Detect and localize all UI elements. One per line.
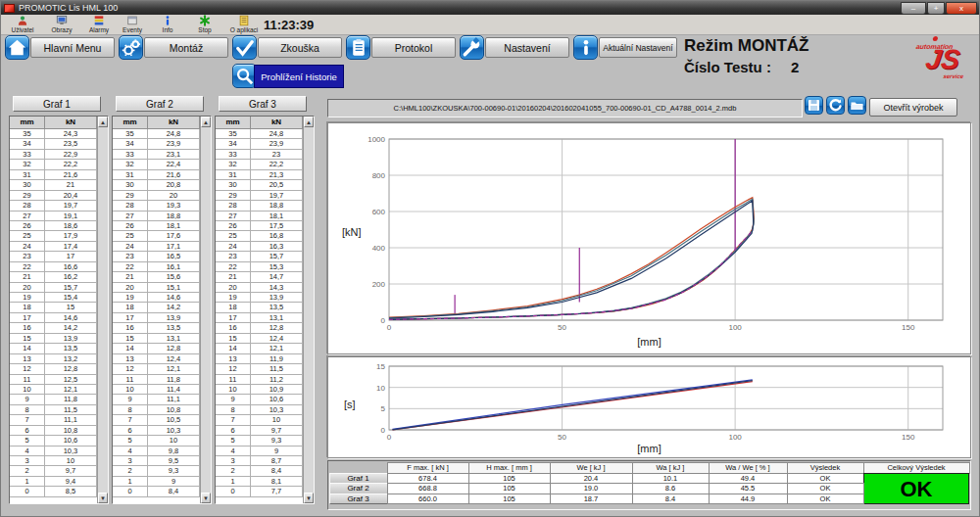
table-row[interactable]: 3524,8 xyxy=(216,129,314,139)
table-row[interactable]: 2115,6 xyxy=(113,272,211,282)
table-row[interactable]: 2718,1 xyxy=(216,212,314,221)
table-row[interactable]: 49 xyxy=(216,446,314,456)
table-row[interactable]: 810,3 xyxy=(216,405,314,415)
graf1-scrollbar[interactable]: ▲ ▼ xyxy=(97,117,108,503)
table-row[interactable]: 911,8 xyxy=(10,395,108,404)
table-row[interactable]: 69,7 xyxy=(216,426,314,436)
table-row[interactable]: 2417,4 xyxy=(10,242,108,252)
table-row[interactable]: 29,3 xyxy=(113,466,211,476)
table-row[interactable]: 39,5 xyxy=(113,456,211,466)
table-row[interactable]: 08,5 xyxy=(10,487,108,496)
table-row[interactable]: 3222,4 xyxy=(113,160,211,169)
table-row[interactable]: 1012,1 xyxy=(10,385,108,395)
folder-icon[interactable] xyxy=(848,96,866,115)
table-row[interactable]: 2818,8 xyxy=(216,201,314,211)
table-row[interactable]: 1713,1 xyxy=(216,313,314,323)
table-row[interactable]: 2919,7 xyxy=(216,191,314,201)
table-row[interactable]: 1914,6 xyxy=(113,293,211,303)
scroll-up-icon[interactable]: ▲ xyxy=(304,117,314,127)
table-row[interactable]: 3121,6 xyxy=(10,170,108,180)
table-row[interactable]: 1311,9 xyxy=(216,354,314,364)
graf3-scrollbar[interactable]: ▲ ▼ xyxy=(303,117,314,503)
nav-hlavni-menu[interactable]: Hlavní Menu xyxy=(30,37,115,58)
table-row[interactable]: 49,8 xyxy=(113,446,211,456)
table-row[interactable]: 1413,5 xyxy=(10,344,108,353)
toolbar-item-eventy[interactable]: Eventy xyxy=(113,15,152,35)
gears-icon[interactable] xyxy=(119,35,143,60)
table-row[interactable]: 3222,2 xyxy=(10,160,108,169)
nav-zkouska[interactable]: Zkouška xyxy=(258,37,342,58)
table-row[interactable]: 3222,2 xyxy=(216,160,314,169)
table-row[interactable]: 2015,1 xyxy=(113,283,211,293)
refresh-icon[interactable] xyxy=(826,96,845,115)
table-row[interactable]: 59,3 xyxy=(216,436,314,446)
table-row[interactable]: 3323 xyxy=(216,150,314,160)
scroll-up-icon[interactable]: ▲ xyxy=(201,117,211,127)
table-row[interactable]: 3323,1 xyxy=(113,150,211,160)
table-row[interactable]: 07,7 xyxy=(216,487,314,496)
table-row[interactable]: 1815 xyxy=(10,303,108,312)
table-row[interactable]: 1212,8 xyxy=(10,364,108,374)
table-row[interactable]: 3524,3 xyxy=(10,129,108,139)
table-row[interactable]: 510 xyxy=(113,436,211,446)
table-row[interactable]: 3423,9 xyxy=(216,139,314,149)
table-row[interactable]: 2920,4 xyxy=(10,191,108,201)
table-row[interactable]: 3423,5 xyxy=(10,139,108,149)
table-row[interactable]: 1714,6 xyxy=(10,313,108,323)
scroll-down-icon[interactable]: ▼ xyxy=(201,493,211,503)
table-row[interactable]: 2015,7 xyxy=(10,283,108,293)
table-row[interactable]: 1813,5 xyxy=(216,303,314,312)
table-row[interactable]: 2416,3 xyxy=(216,242,314,252)
table-row[interactable]: 1512,4 xyxy=(216,334,314,344)
home-icon[interactable] xyxy=(5,35,29,60)
graf2-scrollbar[interactable]: ▲ ▼ xyxy=(200,117,211,503)
table-row[interactable]: 1010,9 xyxy=(216,385,314,395)
check-icon[interactable] xyxy=(232,35,257,60)
table-row[interactable]: 2718,8 xyxy=(113,212,211,221)
table-row[interactable]: 1513,1 xyxy=(113,334,211,344)
scroll-up-icon[interactable]: ▲ xyxy=(98,117,108,127)
minimize-button[interactable]: – xyxy=(901,2,926,15)
table-row[interactable]: 410,3 xyxy=(10,446,108,456)
nav-aktualni-nastaveni[interactable]: Aktuální Nastavení xyxy=(599,37,677,58)
table-row[interactable]: 610,8 xyxy=(10,426,108,436)
toolbar-item-stop[interactable]: Stop xyxy=(185,15,224,35)
table-row[interactable]: 1312,4 xyxy=(113,354,211,364)
table-row[interactable]: 310 xyxy=(10,456,108,466)
table-row[interactable]: 1011,4 xyxy=(113,385,211,395)
toolbar-item-info[interactable]: Info xyxy=(148,15,187,35)
wrench-icon[interactable] xyxy=(460,35,484,60)
table-row[interactable]: 08,4 xyxy=(113,487,211,496)
table-row[interactable]: 1612,8 xyxy=(216,323,314,333)
table-row[interactable]: 1111,8 xyxy=(113,375,211,385)
table-row[interactable]: 29,7 xyxy=(10,466,108,476)
toolbar-item-obrazy[interactable]: Obrazy xyxy=(42,15,81,35)
table-row[interactable]: 1614,2 xyxy=(10,323,108,333)
scroll-down-icon[interactable]: ▼ xyxy=(98,493,108,503)
table-row[interactable]: 2819,3 xyxy=(113,201,211,211)
table-row[interactable]: 2114,7 xyxy=(216,272,314,282)
table-row[interactable]: 1513,9 xyxy=(10,334,108,344)
table-row[interactable]: 1613,5 xyxy=(113,323,211,333)
table-row[interactable]: 19 xyxy=(113,477,211,487)
table-row[interactable]: 38,7 xyxy=(216,456,314,466)
table-row[interactable]: 3020,5 xyxy=(216,180,314,190)
table-row[interactable]: 510,6 xyxy=(10,436,108,446)
table-row[interactable]: 1412,8 xyxy=(113,344,211,353)
open-product-button[interactable]: Otevřít výrobek xyxy=(869,98,957,117)
table-row[interactable]: 1814,2 xyxy=(113,303,211,312)
table-row[interactable]: 1412,1 xyxy=(216,344,314,353)
table-row[interactable]: 2516,8 xyxy=(216,231,314,241)
table-row[interactable]: 2216,1 xyxy=(113,262,211,272)
table-row[interactable]: 1713,9 xyxy=(113,313,211,323)
table-row[interactable]: 2617,5 xyxy=(216,221,314,231)
table-row[interactable]: 711,1 xyxy=(10,415,108,425)
nav-protokol[interactable]: Protokol xyxy=(371,37,456,58)
toolbar-item-uzivatel[interactable]: Uživatel xyxy=(3,15,42,35)
nav-nastaveni[interactable]: Nastavení xyxy=(485,37,569,58)
table-row[interactable]: 3121,6 xyxy=(113,170,211,180)
toolbar-item-o-aplikaci[interactable]: O aplikaci xyxy=(224,15,264,35)
table-row[interactable]: 1913,9 xyxy=(216,293,314,303)
nav-prohlizeni-historie[interactable]: Prohlížení Historie xyxy=(254,65,344,88)
table-row[interactable]: 1112,5 xyxy=(10,375,108,385)
